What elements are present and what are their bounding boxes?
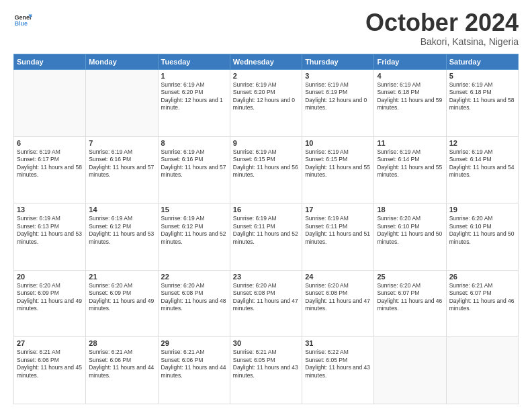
- table-row: 13 Sunrise: 6:19 AMSunset: 6:13 PMDaylig…: [14, 203, 86, 271]
- table-row: 3 Sunrise: 6:19 AMSunset: 6:19 PMDayligh…: [302, 70, 374, 137]
- day-number: 14: [89, 205, 154, 214]
- calendar-week-row: 27 Sunrise: 6:21 AMSunset: 6:06 PMDaylig…: [14, 337, 519, 404]
- table-row: 1 Sunrise: 6:19 AMSunset: 6:20 PMDayligh…: [158, 70, 230, 137]
- table-row: [86, 70, 158, 137]
- cell-info: Sunrise: 6:21 AMSunset: 6:06 PMDaylight:…: [161, 349, 227, 379]
- cell-info: Sunrise: 6:19 AMSunset: 6:14 PMDaylight:…: [449, 148, 515, 179]
- calendar-week-row: 20 Sunrise: 6:20 AMSunset: 6:09 PMDaylig…: [14, 270, 519, 337]
- cell-info: Sunrise: 6:19 AMSunset: 6:13 PMDaylight:…: [17, 215, 83, 246]
- day-number: 20: [17, 273, 83, 281]
- table-row: [374, 337, 446, 404]
- day-number: 8: [161, 139, 227, 147]
- day-number: 31: [305, 339, 371, 347]
- cell-info: Sunrise: 6:22 AMSunset: 6:05 PMDaylight:…: [305, 349, 371, 379]
- table-row: 12 Sunrise: 6:19 AMSunset: 6:14 PMDaylig…: [446, 136, 518, 203]
- logo: General Blue: [13, 11, 32, 30]
- svg-text:Blue: Blue: [14, 20, 28, 27]
- day-number: 11: [377, 139, 443, 147]
- cell-info: Sunrise: 6:20 AMSunset: 6:08 PMDaylight:…: [305, 282, 371, 313]
- table-row: 7 Sunrise: 6:19 AMSunset: 6:16 PMDayligh…: [86, 136, 158, 203]
- table-row: 14 Sunrise: 6:19 AMSunset: 6:12 PMDaylig…: [86, 203, 158, 271]
- cell-info: Sunrise: 6:19 AMSunset: 6:12 PMDaylight:…: [89, 215, 154, 246]
- calendar-table: Sunday Monday Tuesday Wednesday Thursday…: [13, 54, 519, 404]
- table-row: 17 Sunrise: 6:19 AMSunset: 6:11 PMDaylig…: [302, 203, 374, 271]
- cell-info: Sunrise: 6:19 AMSunset: 6:15 PMDaylight:…: [233, 148, 299, 179]
- cell-info: Sunrise: 6:19 AMSunset: 6:18 PMDaylight:…: [377, 81, 443, 112]
- cell-info: Sunrise: 6:21 AMSunset: 6:05 PMDaylight:…: [233, 349, 299, 379]
- col-tuesday: Tuesday: [158, 54, 230, 70]
- cell-info: Sunrise: 6:20 AMSunset: 6:08 PMDaylight:…: [233, 282, 299, 313]
- table-row: 22 Sunrise: 6:20 AMSunset: 6:08 PMDaylig…: [158, 270, 230, 337]
- col-monday: Monday: [86, 54, 158, 70]
- cell-info: Sunrise: 6:19 AMSunset: 6:20 PMDaylight:…: [161, 81, 227, 112]
- day-number: 19: [449, 205, 515, 214]
- day-number: 18: [377, 205, 443, 214]
- table-row: 4 Sunrise: 6:19 AMSunset: 6:18 PMDayligh…: [374, 70, 446, 137]
- cell-info: Sunrise: 6:19 AMSunset: 6:19 PMDaylight:…: [305, 81, 371, 112]
- day-number: 5: [449, 72, 515, 80]
- col-thursday: Thursday: [302, 54, 374, 70]
- col-sunday: Sunday: [14, 54, 86, 70]
- cell-info: Sunrise: 6:19 AMSunset: 6:11 PMDaylight:…: [305, 215, 371, 246]
- day-number: 29: [161, 339, 227, 347]
- cell-info: Sunrise: 6:21 AMSunset: 6:06 PMDaylight:…: [17, 349, 83, 379]
- day-number: 24: [305, 273, 371, 281]
- calendar-week-row: 6 Sunrise: 6:19 AMSunset: 6:17 PMDayligh…: [14, 136, 519, 203]
- cell-info: Sunrise: 6:19 AMSunset: 6:12 PMDaylight:…: [161, 215, 227, 246]
- day-number: 12: [449, 139, 515, 147]
- table-row: 11 Sunrise: 6:19 AMSunset: 6:14 PMDaylig…: [374, 136, 446, 203]
- day-number: 27: [17, 339, 83, 347]
- table-row: 26 Sunrise: 6:21 AMSunset: 6:07 PMDaylig…: [446, 270, 518, 337]
- month-title: October 2024: [365, 11, 519, 35]
- table-row: 29 Sunrise: 6:21 AMSunset: 6:06 PMDaylig…: [158, 337, 230, 404]
- table-row: 10 Sunrise: 6:19 AMSunset: 6:15 PMDaylig…: [302, 136, 374, 203]
- day-number: 16: [233, 205, 299, 214]
- col-friday: Friday: [374, 54, 446, 70]
- day-number: 10: [305, 139, 371, 147]
- day-number: 26: [449, 273, 515, 281]
- table-row: 24 Sunrise: 6:20 AMSunset: 6:08 PMDaylig…: [302, 270, 374, 337]
- title-block: October 2024 Bakori, Katsina, Nigeria: [365, 11, 519, 47]
- day-number: 4: [377, 72, 443, 80]
- table-row: 8 Sunrise: 6:19 AMSunset: 6:16 PMDayligh…: [158, 136, 230, 203]
- page-header: General Blue October 2024 Bakori, Katsin…: [13, 11, 519, 47]
- cell-info: Sunrise: 6:19 AMSunset: 6:17 PMDaylight:…: [17, 148, 83, 179]
- calendar-week-row: 13 Sunrise: 6:19 AMSunset: 6:13 PMDaylig…: [14, 203, 519, 271]
- day-number: 13: [17, 205, 83, 214]
- cell-info: Sunrise: 6:19 AMSunset: 6:16 PMDaylight:…: [89, 148, 154, 179]
- day-number: 30: [233, 339, 299, 347]
- day-number: 2: [233, 72, 299, 80]
- day-number: 17: [305, 205, 371, 214]
- cell-info: Sunrise: 6:19 AMSunset: 6:16 PMDaylight:…: [161, 148, 227, 179]
- day-number: 3: [305, 72, 371, 80]
- table-row: 25 Sunrise: 6:20 AMSunset: 6:07 PMDaylig…: [374, 270, 446, 337]
- cell-info: Sunrise: 6:21 AMSunset: 6:06 PMDaylight:…: [89, 349, 154, 379]
- col-wednesday: Wednesday: [230, 54, 302, 70]
- day-number: 23: [233, 273, 299, 281]
- day-number: 6: [17, 139, 83, 147]
- day-number: 22: [161, 273, 227, 281]
- cell-info: Sunrise: 6:19 AMSunset: 6:20 PMDaylight:…: [233, 81, 299, 112]
- cell-info: Sunrise: 6:20 AMSunset: 6:07 PMDaylight:…: [377, 282, 443, 313]
- table-row: 21 Sunrise: 6:20 AMSunset: 6:09 PMDaylig…: [86, 270, 158, 337]
- calendar-header-row: Sunday Monday Tuesday Wednesday Thursday…: [14, 54, 519, 70]
- table-row: 2 Sunrise: 6:19 AMSunset: 6:20 PMDayligh…: [230, 70, 302, 137]
- table-row: 6 Sunrise: 6:19 AMSunset: 6:17 PMDayligh…: [14, 136, 86, 203]
- table-row: 18 Sunrise: 6:20 AMSunset: 6:10 PMDaylig…: [374, 203, 446, 271]
- cell-info: Sunrise: 6:19 AMSunset: 6:14 PMDaylight:…: [377, 148, 443, 179]
- cell-info: Sunrise: 6:21 AMSunset: 6:07 PMDaylight:…: [449, 282, 515, 313]
- cell-info: Sunrise: 6:20 AMSunset: 6:09 PMDaylight:…: [89, 282, 154, 313]
- day-number: 9: [233, 139, 299, 147]
- table-row: 20 Sunrise: 6:20 AMSunset: 6:09 PMDaylig…: [14, 270, 86, 337]
- col-saturday: Saturday: [446, 54, 518, 70]
- cell-info: Sunrise: 6:20 AMSunset: 6:10 PMDaylight:…: [377, 215, 443, 246]
- day-number: 15: [161, 205, 227, 214]
- day-number: 7: [89, 139, 154, 147]
- table-row: 27 Sunrise: 6:21 AMSunset: 6:06 PMDaylig…: [14, 337, 86, 404]
- table-row: 5 Sunrise: 6:19 AMSunset: 6:18 PMDayligh…: [446, 70, 518, 137]
- cell-info: Sunrise: 6:20 AMSunset: 6:08 PMDaylight:…: [161, 282, 227, 313]
- table-row: 30 Sunrise: 6:21 AMSunset: 6:05 PMDaylig…: [230, 337, 302, 404]
- day-number: 25: [377, 273, 443, 281]
- day-number: 28: [89, 339, 154, 347]
- logo-icon: General Blue: [13, 11, 32, 30]
